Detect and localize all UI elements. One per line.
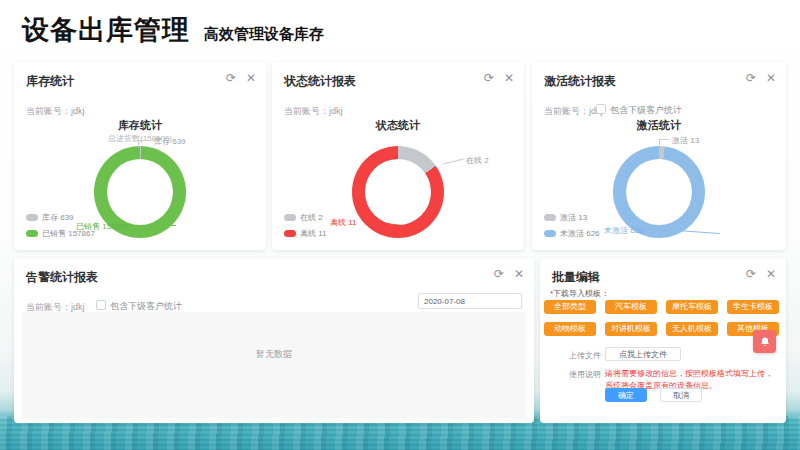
close-icon[interactable]: ✕ <box>246 71 256 85</box>
template-button-motorcycle[interactable]: 摩托车模板 <box>666 300 718 314</box>
notification-bell-button[interactable] <box>753 330 776 353</box>
close-icon[interactable]: ✕ <box>514 267 524 281</box>
donut-hole <box>626 159 692 225</box>
checkbox-label: 包含下级客户统计 <box>610 105 682 115</box>
leader-line <box>138 140 139 148</box>
panel-activation-title: 激活统计报表 <box>544 74 616 88</box>
panel-inventory-header: 库存统计 ⟳✕ <box>26 71 256 87</box>
callout-activated: 激活 13 <box>672 135 699 146</box>
refresh-icon[interactable]: ⟳ <box>746 71 756 85</box>
chart-title: 激活统计 <box>532 118 786 133</box>
legend-marker <box>26 214 38 221</box>
chart-title: 库存统计 <box>14 118 266 133</box>
chart-title: 状态统计 <box>272 118 524 133</box>
panel-alarm-title: 告警统计报表 <box>26 270 98 284</box>
legend-label: 未激活 626 <box>560 229 600 238</box>
usage-label: 使用说明： <box>569 369 609 380</box>
panel-alarm: 告警统计报表 ⟳✕ 当前账号：jdkj 包含下级客户统计 暂无数据 <box>14 258 534 423</box>
legend-marker <box>284 230 296 237</box>
callout-inactive: 未激活 626 <box>604 225 644 236</box>
legend-marker <box>544 214 556 221</box>
legend-item[interactable]: 在线 2 <box>284 212 327 223</box>
template-button-animal[interactable]: 动物模板 <box>544 322 596 336</box>
legend-label: 已销售 157867 <box>42 229 95 238</box>
checkbox-icon[interactable] <box>96 300 106 310</box>
legend-label: 激活 13 <box>560 213 587 222</box>
close-icon[interactable]: ✕ <box>504 71 514 85</box>
refresh-icon[interactable]: ⟳ <box>494 267 504 281</box>
leader-line <box>443 158 464 164</box>
legend-marker <box>26 230 38 237</box>
template-button-drone[interactable]: 无人机模板 <box>666 322 718 336</box>
chart-legend: 库存 639 已销售 157867 <box>26 212 95 244</box>
template-button-intercom[interactable]: 对讲机模板 <box>605 322 657 336</box>
upload-file-label: 上传文件： <box>569 350 609 361</box>
legend-item[interactable]: 库存 639 <box>26 212 95 223</box>
panel-activation: 激活统计报表 ⟳✕ 当前账号：jdkj 包含下级客户统计 激活统计 激活 13 … <box>532 62 786 250</box>
page-header: 设备出库管理高效管理设备库存 <box>22 12 324 48</box>
panel-activation-header: 激活统计报表 ⟳✕ <box>544 71 776 87</box>
callout-online: 在线 2 <box>466 155 489 166</box>
bell-icon <box>759 336 771 348</box>
chart-legend: 激活 13 未激活 626 <box>544 212 600 244</box>
checkbox-label: 包含下级客户统计 <box>110 301 182 311</box>
legend-label: 离线 11 <box>300 229 327 238</box>
close-icon[interactable]: ✕ <box>766 267 776 281</box>
alarm-chart-area: 暂无数据 <box>22 312 526 418</box>
empty-data-text: 暂无数据 <box>256 348 292 361</box>
donut-hole <box>365 159 431 225</box>
legend-label: 库存 639 <box>42 213 74 222</box>
legend-marker <box>544 230 556 237</box>
refresh-icon[interactable]: ⟳ <box>746 267 756 281</box>
dashboard-page: 设备出库管理高效管理设备库存 库存统计 ⟳✕ 当前账号：jdkj 库存统计 总进… <box>0 0 800 450</box>
leader-line <box>659 139 660 147</box>
include-sub-checkbox-row[interactable]: 包含下级客户统计 <box>596 104 682 117</box>
date-picker-input[interactable] <box>418 293 522 309</box>
legend-label: 在线 2 <box>300 213 323 222</box>
chart-subtitle: 总进货数(158506) <box>14 133 266 144</box>
panel-batch-title: 批量编辑 <box>552 270 600 284</box>
refresh-icon[interactable]: ⟳ <box>484 71 494 85</box>
legend-marker <box>284 214 296 221</box>
leader-line <box>138 140 151 141</box>
panel-status: 状态统计报表 ⟳✕ 当前账号：jdkj 状态统计 在线 2 离线 11 在线 2… <box>272 62 524 250</box>
confirm-button[interactable]: 确定 <box>605 388 647 402</box>
panel-status-title: 状态统计报表 <box>284 74 356 88</box>
template-section-label: *下载导入模板： <box>550 288 609 299</box>
template-button-all-types[interactable]: 全部类型 <box>544 300 596 314</box>
refresh-icon[interactable]: ⟳ <box>226 71 236 85</box>
close-icon[interactable]: ✕ <box>766 71 776 85</box>
callout-stock: 库存 639 <box>154 136 186 147</box>
panel-batch-edit: 批量编辑 ⟳✕ *下载导入模板： 全部类型 汽车模板 摩托车模板 学生卡模板 动… <box>540 258 786 423</box>
page-title: 设备出库管理 <box>22 15 190 45</box>
account-label: 当前账号：jdkj <box>284 105 343 118</box>
donut-hole <box>107 159 173 225</box>
panel-alarm-header: 告警统计报表 ⟳✕ <box>26 267 524 283</box>
template-button-student-card[interactable]: 学生卡模板 <box>727 300 779 314</box>
upload-file-button[interactable]: 点我上传文件 <box>605 347 681 361</box>
chart-legend: 在线 2 离线 11 <box>284 212 327 244</box>
legend-item[interactable]: 已销售 157867 <box>26 228 95 239</box>
panel-inventory: 库存统计 ⟳✕ 当前账号：jdkj 库存统计 总进货数(158506) 库存 6… <box>14 62 266 250</box>
legend-item[interactable]: 未激活 626 <box>544 228 600 239</box>
legend-item[interactable]: 离线 11 <box>284 228 327 239</box>
account-label: 当前账号：jdkj <box>26 105 85 118</box>
account-label: 当前账号：jdkj <box>544 105 603 118</box>
callout-offline: 离线 11 <box>330 217 357 228</box>
panel-inventory-title: 库存统计 <box>26 74 74 88</box>
panel-batch-header: 批量编辑 ⟳✕ <box>552 267 776 283</box>
leader-line <box>142 225 176 226</box>
cancel-button[interactable]: 取消 <box>660 388 702 402</box>
template-button-car[interactable]: 汽车模板 <box>605 300 657 314</box>
leader-line <box>659 139 669 140</box>
legend-item[interactable]: 激活 13 <box>544 212 600 223</box>
checkbox-icon[interactable] <box>596 104 606 114</box>
panel-status-header: 状态统计报表 ⟳✕ <box>284 71 514 87</box>
page-subtitle: 高效管理设备库存 <box>204 25 324 42</box>
